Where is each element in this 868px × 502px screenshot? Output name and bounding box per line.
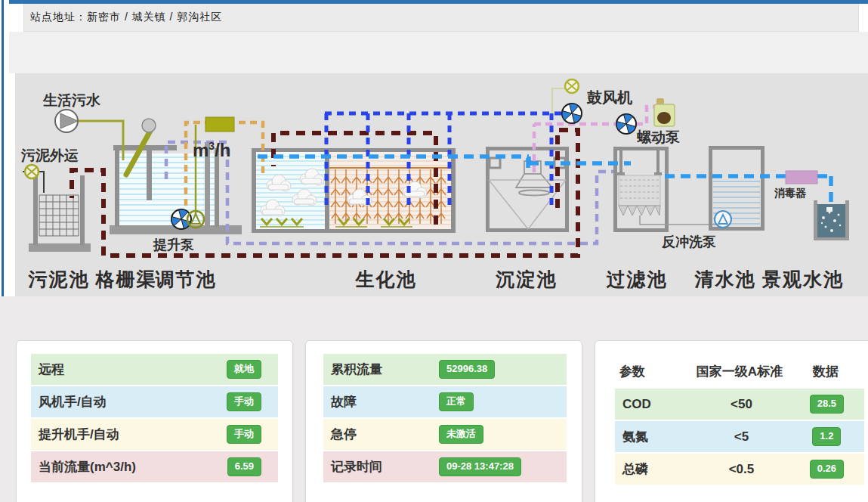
table-row: 总磷 <0.5 0.26 <box>615 454 864 486</box>
filter-tank <box>613 147 719 232</box>
tank-label-landscape: 景观水池 <box>761 268 844 290</box>
status-badge: 未激活 <box>439 425 483 443</box>
value-badge: 1.2 <box>812 427 841 445</box>
row-label: 累积流量 <box>331 361 439 378</box>
table-row: COD <50 28.5 <box>615 389 864 421</box>
spacer-band <box>9 32 868 73</box>
column-header: 参数 <box>619 363 684 380</box>
dosing-pump-label: 螺动泵 <box>636 129 681 145</box>
site-header: 站点地址：新密市 / 城关镇 / 郭沟社区 <box>23 4 859 32</box>
chemical-container-icon <box>654 98 675 126</box>
row-label: 记录时间 <box>331 458 439 476</box>
bio-tank <box>252 148 456 233</box>
drain-pipe <box>640 215 719 225</box>
filter-nozzles <box>619 206 660 215</box>
disinfector-icon <box>786 171 817 184</box>
param-name: 总磷 <box>622 460 686 478</box>
column-header: 国家一级A标准 <box>684 363 795 380</box>
row-label: 当前流量(m^3/h) <box>39 458 227 476</box>
status-badge: 手动 <box>227 425 261 443</box>
backwash-pump-icon <box>715 211 731 228</box>
value-badge: 52996.38 <box>439 360 495 378</box>
flow-meter-icon <box>205 117 234 132</box>
tank-label-filter: 过滤池 <box>607 268 668 290</box>
sludge-out-label: 污泥外运 <box>20 147 79 163</box>
inflow-label: 生活污水 <box>42 92 101 108</box>
status-panel-card: 累积流量 52996.38 故障 正常 急停 未激活 记录时间 09-28 13… <box>305 340 582 502</box>
status-badge: 正常 <box>439 392 474 411</box>
row-label: 风机手/自动 <box>39 393 227 411</box>
site-address-breadcrumb: 站点地址：新密市 / 城关镇 / 郭沟社区 <box>30 11 222 24</box>
tank-label-sedimentation: 沉淀池 <box>496 268 558 290</box>
table-row: 氨氮 <5 1.2 <box>615 421 864 454</box>
status-table: 累积流量 52996.38 故障 正常 急停 未激活 记录时间 09-28 13… <box>323 354 567 484</box>
table-row: 当前流量(m^3/h) 6.59 <box>31 451 278 484</box>
control-table: 远程 就地 风机手/自动 手动 提升机手/自动 手动 当前流量(m^3/h) 6… <box>31 354 278 484</box>
row-label: 提升机手/自动 <box>39 426 227 443</box>
row-label: 远程 <box>39 361 227 378</box>
param-name: COD <box>622 397 686 412</box>
dosing-pump-fan-icon <box>616 114 636 134</box>
tank-label-bio: 生化池 <box>355 268 417 290</box>
landscape-pond <box>814 200 849 240</box>
value-badge: 6.59 <box>227 457 261 476</box>
tank-label-screen: 格栅渠 <box>95 268 157 290</box>
value-badge: 0.26 <box>810 460 844 478</box>
table-row: 故障 正常 <box>323 386 567 419</box>
table-row: 记录时间 09-28 13:47:28 <box>323 451 567 484</box>
standard-value: <50 <box>686 397 797 412</box>
table-row: 风机手/自动 手动 <box>31 386 278 419</box>
value-badge: 28.5 <box>810 395 844 413</box>
row-label: 急停 <box>331 426 439 443</box>
control-panel-card: 远程 就地 风机手/自动 手动 提升机手/自动 手动 当前流量(m^3/h) 6… <box>16 340 293 502</box>
disinfector-label: 消毒器 <box>774 187 807 199</box>
table-row: 提升机手/自动 手动 <box>31 419 278 451</box>
water-quality-card: 参数 国家一级A标准 数据 COD <50 28.5 氨氮 <5 1.2 总磷 … <box>595 340 868 502</box>
process-flow-diagram: 生活污水 污泥外运 提升泵 m3/h 鼓风机 螺动泵 反冲洗泵 消毒器 污泥池 … <box>15 73 868 296</box>
table-row: 远程 就地 <box>31 354 278 386</box>
status-badge: 手动 <box>227 392 261 411</box>
param-name: 氨氮 <box>622 428 686 445</box>
tank-label-regulating: 调节池 <box>155 268 217 290</box>
lift-pump-label: 提升泵 <box>153 237 194 253</box>
sludge-tank <box>29 175 91 252</box>
scada-dashboard: { "header": { "site_label": "站点地址：新密市 / … <box>0 0 868 502</box>
table-header-row: 参数 国家一级A标准 数据 <box>615 354 864 389</box>
row-label: 故障 <box>331 393 439 411</box>
backwash-pump-label: 反冲洗泵 <box>661 234 716 249</box>
standard-value: <0.5 <box>686 462 797 477</box>
blower-label: 鼓风机 <box>586 89 632 106</box>
timestamp-badge: 09-28 13:47:28 <box>439 457 521 476</box>
status-badge: 就地 <box>227 360 261 378</box>
column-header: 数据 <box>795 363 856 380</box>
tank-label-clean-water: 清水池 <box>694 268 756 290</box>
blower-fan-icon <box>562 104 582 123</box>
standard-value: <5 <box>686 429 797 445</box>
tank-label-sludge: 污泥池 <box>28 268 90 290</box>
table-row: 急停 未激活 <box>323 419 567 451</box>
table-row: 累积流量 52996.38 <box>323 354 567 386</box>
quality-table: 参数 国家一级A标准 数据 COD <50 28.5 氨氮 <5 1.2 总磷 … <box>615 354 864 486</box>
